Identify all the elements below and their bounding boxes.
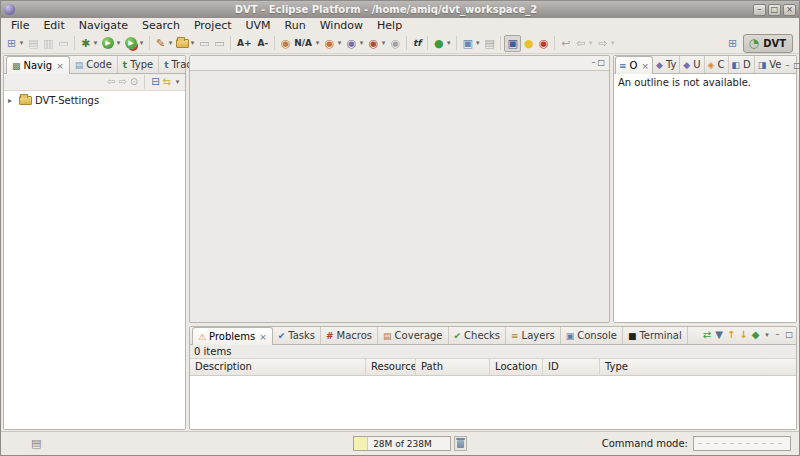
minimize-button[interactable]: – [753, 4, 766, 16]
view-menu-icon[interactable]: ▾ [174, 78, 181, 86]
save-all-button[interactable]: ▥ [41, 35, 56, 52]
nav-up-icon[interactable]: ⊙ [130, 75, 138, 89]
dvt-perspective-button[interactable]: ◔ DVT [743, 34, 793, 53]
menu-file[interactable]: File [5, 19, 35, 32]
menu-navigate[interactable]: Navigate [73, 19, 134, 32]
minimize-view-button[interactable]: – [784, 61, 790, 71]
dialog-button[interactable]: ▣ ▾ [460, 35, 482, 52]
maximize-button[interactable]: □ [768, 4, 781, 16]
chevron-down-icon[interactable]: ▾ [358, 39, 365, 47]
minimize-view-button[interactable]: – [774, 330, 780, 340]
green-diamond-icon[interactable]: ◆ [752, 328, 760, 342]
column-type[interactable]: Type [600, 359, 796, 375]
dvt-tool-disabled-button[interactable]: ◉ [388, 35, 403, 52]
tab-checks[interactable]: ◈ C [705, 56, 729, 73]
chevron-down-icon[interactable]: ▾ [474, 39, 481, 47]
run-button[interactable]: ▶ ▾ [100, 35, 123, 52]
chevron-down-icon[interactable]: ▾ [167, 39, 174, 47]
nav-forward-icon[interactable]: ⇨ [118, 75, 126, 89]
help-button[interactable]: ◉ [536, 35, 551, 52]
menu-project[interactable]: Project [188, 19, 238, 32]
column-path[interactable]: Path [416, 359, 490, 375]
chevron-down-icon[interactable]: ▾ [336, 39, 343, 47]
tab-type[interactable]: t Type [118, 56, 159, 73]
menu-search[interactable]: Search [136, 19, 186, 32]
column-description[interactable]: Description [190, 359, 366, 375]
garbage-collect-button[interactable] [454, 436, 467, 451]
chevron-down-icon[interactable]: ▾ [18, 39, 25, 47]
compile-waivers-button[interactable]: ◉ N/A ▾ [278, 35, 322, 52]
editor-area-toggle-button[interactable]: ▣ [504, 35, 521, 52]
back-button[interactable]: ⇦ ▾ [573, 35, 595, 52]
menu-run[interactable]: Run [279, 19, 312, 32]
yellow-ball-button[interactable]: ● [521, 35, 536, 52]
font-decrease-button[interactable]: A- [255, 35, 272, 52]
tree-item-dvt-settings[interactable]: ▸ DVT-Settings [4, 93, 185, 108]
open-perspective-button[interactable]: ⊞ [725, 35, 740, 52]
close-icon[interactable]: × [259, 332, 267, 342]
tab-outline[interactable]: ≡ O × [615, 56, 653, 74]
chevron-down-icon[interactable]: ▾ [189, 39, 196, 47]
tab-checks-bottom[interactable]: ✔ Checks [449, 327, 507, 344]
close-icon[interactable]: × [56, 61, 64, 71]
disabled-doc-button[interactable]: ▤ [482, 35, 497, 52]
maximize-view-button[interactable]: □ [784, 330, 794, 340]
font-increase-button[interactable]: A+ [234, 35, 255, 52]
chevron-down-icon[interactable]: ▾ [92, 39, 99, 47]
link-editor-icon[interactable]: ⇆ [163, 75, 171, 89]
tab-navigator[interactable]: ▩ Navig × [6, 56, 70, 74]
command-mode-input[interactable] [693, 436, 791, 451]
tab-verification[interactable]: ◨ Ve [755, 56, 785, 73]
new-wizard-button[interactable]: ⊞ ▾ [4, 35, 26, 52]
menu-uvm[interactable]: UVM [240, 19, 277, 32]
collapse-all-icon[interactable]: ⊟ [151, 75, 159, 89]
column-resource[interactable]: Resource [366, 359, 416, 375]
last-edit-button[interactable]: ↩ [558, 35, 573, 52]
tab-uvm[interactable]: ◆ U [680, 56, 704, 73]
close-icon[interactable]: × [641, 61, 649, 71]
column-location[interactable]: Location [490, 359, 543, 375]
external-tools-button[interactable]: ▶ ▾ [123, 35, 146, 52]
tab-types[interactable]: ◆ Ty [653, 56, 680, 73]
debug-button[interactable]: ✱ ▾ [78, 35, 100, 52]
dvt-wand-button[interactable]: ✎ ▾ [153, 35, 175, 52]
chevron-down-icon[interactable]: ▾ [314, 39, 321, 47]
dvt-tool-purple-button[interactable]: ◉ ▾ [344, 35, 366, 52]
dvt-tool-red-button[interactable]: ◉ ▾ [366, 35, 388, 52]
menu-edit[interactable]: Edit [37, 19, 70, 32]
maximize-editor-button[interactable]: □ [596, 58, 606, 68]
filter-icon[interactable]: ▼ [715, 328, 723, 342]
column-id[interactable]: ID [543, 359, 600, 375]
chevron-down-icon[interactable]: ▾ [445, 39, 452, 47]
chevron-down-icon[interactable]: ▾ [138, 39, 145, 47]
title-bar[interactable]: DVT - Eclipse Platform - /home/amiq/dvt_… [1, 1, 799, 18]
arrow-up-icon[interactable]: ↑ [727, 328, 735, 342]
tab-coverage[interactable]: ▤ Coverage [378, 327, 448, 344]
trim-view-icon[interactable]: ▤ [31, 437, 41, 450]
arrow-down-icon[interactable]: ↓ [739, 328, 747, 342]
print-button[interactable]: ▭ [56, 35, 71, 52]
refresh-icon[interactable]: ⇄ [703, 328, 711, 342]
close-button[interactable]: × [783, 4, 796, 16]
toggle-mark-occurrences-button[interactable]: ▭ [197, 35, 212, 52]
toggle-block-selection-button[interactable]: ▭ [212, 35, 227, 52]
tab-design[interactable]: ◧ D [729, 56, 755, 73]
forward-button[interactable]: ⇨ ▾ [595, 35, 617, 52]
tab-macros[interactable]: # Macros [321, 327, 378, 344]
run-config-button[interactable]: ● ▾ [431, 35, 453, 52]
nav-back-icon[interactable]: ⇦ [107, 75, 115, 89]
tab-terminal[interactable]: ■ Terminal [623, 327, 688, 344]
chevron-down-icon[interactable]: ▾ [380, 39, 387, 47]
tab-code[interactable]: ▤ Code [70, 56, 118, 73]
toggle-tf-button[interactable]: tf [410, 35, 424, 52]
tab-layers[interactable]: ≡ Layers [506, 327, 561, 344]
save-button[interactable]: ▤ [26, 35, 41, 52]
view-menu-icon[interactable]: ▾ [763, 331, 770, 339]
tab-problems[interactable]: ⚠ Problems × [192, 327, 273, 345]
tab-tasks[interactable]: ✔ Tasks [273, 327, 321, 344]
menu-window[interactable]: Window [314, 19, 369, 32]
maximize-view-button[interactable]: □ [792, 61, 800, 71]
menu-help[interactable]: Help [371, 19, 408, 32]
tab-console[interactable]: ▣ Console [561, 327, 623, 344]
dvt-tool-orange-button[interactable]: ◉ ▾ [322, 35, 344, 52]
